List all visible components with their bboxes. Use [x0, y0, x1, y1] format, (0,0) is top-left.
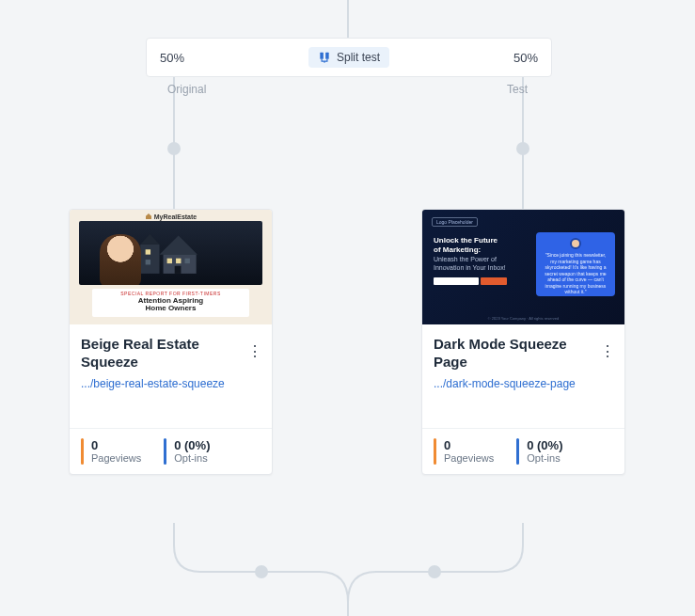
svg-rect-13: [167, 259, 172, 263]
variant-card-original[interactable]: MyRealEstate SPECIAL REPORT FOR FIRST-TI…: [69, 209, 273, 475]
stat-pageviews: 0 Pageviews: [434, 438, 494, 465]
page-url[interactable]: .../dark-mode-squeeze-page: [434, 377, 584, 390]
card-menu-button[interactable]: ⋮: [244, 340, 266, 362]
page-thumbnail: MyRealEstate SPECIAL REPORT FOR FIRST-TI…: [70, 210, 272, 324]
avatar-illustration: [100, 234, 141, 285]
house-logo-icon: [145, 213, 152, 220]
page-title: Beige Real Estate Squeeze: [81, 336, 222, 371]
page-url[interactable]: .../beige-real-estate-squeeze: [81, 377, 231, 390]
split-test-icon: [318, 51, 331, 64]
split-right-percent: 50%: [513, 51, 538, 65]
svg-point-4: [428, 565, 441, 578]
stat-optins: 0 (0%) Opt-ins: [164, 438, 210, 465]
split-test-bar: 50% Split test 50%: [146, 38, 552, 77]
svg-marker-9: [160, 235, 198, 254]
variant-a-label: Original: [167, 83, 206, 96]
svg-rect-14: [176, 259, 181, 263]
svg-rect-7: [325, 53, 329, 59]
variant-b-label: Test: [507, 83, 528, 96]
svg-rect-11: [140, 245, 159, 274]
card-menu-button[interactable]: ⋮: [596, 340, 619, 362]
avatar-icon: [570, 238, 581, 249]
stat-optins: 0 (0%) Opt-ins: [516, 438, 562, 465]
page-thumbnail: Logo Placeholder Unlock the Futureof Mar…: [422, 210, 624, 324]
page-title: Dark Mode Squeeze Page: [434, 336, 575, 371]
svg-rect-17: [146, 260, 150, 264]
split-test-label: Split test: [308, 47, 389, 68]
variant-card-test[interactable]: Logo Placeholder Unlock the Futureof Mar…: [421, 209, 625, 475]
svg-rect-6: [320, 53, 324, 59]
svg-point-2: [516, 142, 529, 155]
svg-point-1: [167, 142, 181, 155]
svg-marker-12: [140, 234, 159, 245]
house-illustration-icon: [130, 230, 214, 281]
svg-rect-16: [146, 249, 150, 254]
svg-point-3: [255, 565, 268, 578]
split-left-percent: 50%: [160, 51, 184, 65]
svg-rect-15: [185, 259, 190, 263]
stat-pageviews: 0 Pageviews: [81, 438, 141, 465]
more-vert-icon: ⋮: [600, 342, 615, 360]
svg-rect-18: [175, 266, 182, 274]
more-vert-icon: ⋮: [247, 342, 262, 360]
